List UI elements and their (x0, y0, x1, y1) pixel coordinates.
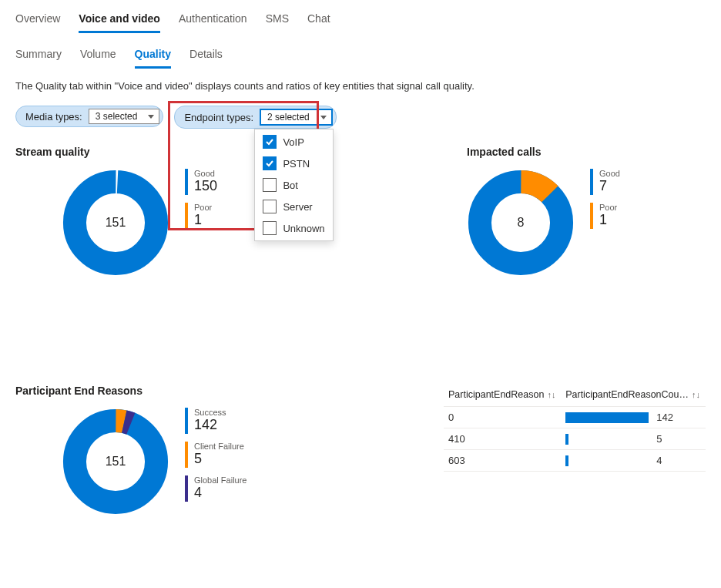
legend-color (185, 475, 188, 502)
dropdown-label: Unknown (283, 223, 324, 234)
legend-label: Global Failure (194, 475, 246, 485)
legend-value: 4 (194, 485, 246, 501)
donut-end-reasons: 151 (62, 408, 169, 516)
panel-row-1: Stream quality 151 Good 150 (15, 146, 706, 277)
filter-media-value: 3 selected (96, 111, 138, 122)
legend-color (185, 169, 188, 195)
filter-endpoint-types[interactable]: Endpoint types: 2 selected (174, 106, 336, 129)
tab-chat[interactable]: Chat (307, 8, 330, 33)
checkbox-voip[interactable] (263, 135, 277, 149)
filter-endpoint-select[interactable]: 2 selected (260, 109, 333, 126)
legend-item-good: Good 150 (185, 169, 217, 195)
tab-sms[interactable]: SMS (266, 8, 289, 33)
dropdown-label: PSTN (283, 158, 310, 170)
end-reasons-table: ParticipantEndReason↑↓ ParticipantEndRea… (444, 385, 706, 472)
chevron-down-icon (320, 116, 327, 119)
checkbox-server[interactable] (263, 200, 277, 213)
sort-icon: ↑↓ (547, 390, 555, 399)
checkbox-bot[interactable] (263, 178, 277, 192)
legend: Good 7 Poor 1 (590, 169, 620, 237)
subtab-summary[interactable]: Summary (15, 43, 62, 69)
legend-label: Success (194, 408, 226, 417)
legend-item-poor: Poor 1 (590, 203, 620, 229)
legend-label: Poor (599, 203, 617, 212)
tab-voice-video[interactable]: Voice and video (79, 8, 160, 33)
filter-row: Media types: 3 selected Endpoint types: … (15, 106, 706, 129)
top-tabs: Overview Voice and video Authentication … (15, 8, 706, 34)
filter-media-types[interactable]: Media types: 3 selected (15, 106, 163, 127)
panel-title: Stream quality (15, 146, 444, 158)
filter-endpoint-label: Endpoint types: (184, 112, 253, 123)
legend-color (185, 408, 188, 434)
legend-value: 1 (194, 212, 212, 228)
legend-item-poor: Poor 1 (185, 203, 217, 229)
panel-stream-quality: Stream quality 151 Good 150 (15, 146, 444, 277)
sort-icon: ↑↓ (692, 390, 700, 399)
cell-count: 142 (561, 407, 706, 428)
sub-tabs: Summary Volume Quality Details (15, 43, 706, 69)
legend: Success 142 Client Failure 5 Global Fail… (185, 408, 246, 509)
legend-item-good: Good 7 (590, 169, 620, 195)
subtab-quality[interactable]: Quality (135, 43, 171, 69)
dropdown-item-pstn[interactable]: PSTN (255, 153, 332, 174)
legend-value: 142 (194, 417, 226, 433)
legend-label: Client Failure (194, 442, 244, 451)
legend-color (590, 203, 593, 229)
col-end-reason-count[interactable]: ParticipantEndReasonCou…↑↓ (561, 385, 706, 407)
cell-reason: 410 (444, 428, 561, 450)
endpoint-dropdown: VoIP PSTN Bot Server Unknown (254, 129, 333, 241)
legend-value: 5 (194, 451, 244, 467)
legend-color (590, 169, 593, 195)
panel-title: Participant End Reasons (15, 385, 421, 397)
table-row[interactable]: 410 5 (444, 428, 706, 450)
dropdown-label: Bot (283, 180, 298, 191)
dropdown-item-unknown[interactable]: Unknown (255, 217, 332, 239)
table-row[interactable]: 0 142 (444, 407, 706, 428)
panel-end-reasons: Participant End Reasons 151 Success 142 (15, 385, 421, 516)
subtab-volume[interactable]: Volume (80, 43, 116, 69)
cell-reason: 603 (444, 450, 561, 472)
tab-overview[interactable]: Overview (15, 8, 60, 33)
donut-total: 151 (62, 408, 169, 516)
tab-description: The Quality tab within "Voice and video"… (15, 80, 706, 92)
dropdown-item-bot[interactable]: Bot (255, 174, 332, 196)
filter-media-label: Media types: (25, 111, 82, 123)
panel-impacted-calls: Impacted calls 8 Good 7 (467, 146, 706, 277)
legend-value: 150 (194, 178, 217, 194)
dropdown-label: VoIP (283, 136, 303, 148)
legend-color (185, 442, 188, 468)
dropdown-item-server[interactable]: Server (255, 196, 332, 217)
legend-value: 7 (599, 178, 620, 194)
legend-label: Good (599, 169, 620, 178)
legend-value: 1 (599, 212, 617, 228)
panel-end-reasons-table: ParticipantEndReason↑↓ ParticipantEndRea… (444, 385, 706, 516)
legend-item-global-failure: Global Failure 4 (185, 475, 246, 502)
panel-row-2: Participant End Reasons 151 Success 142 (15, 385, 706, 516)
cell-count: 4 (561, 450, 706, 472)
cell-reason: 0 (444, 407, 561, 428)
donut-total: 8 (467, 169, 575, 277)
legend: Good 150 Poor 1 (185, 169, 217, 237)
legend-color (185, 203, 188, 229)
filter-media-select[interactable]: 3 selected (89, 109, 160, 124)
filter-endpoint-value: 2 selected (267, 112, 310, 123)
cell-count: 5 (561, 428, 706, 450)
donut-stream-quality: 151 (62, 169, 169, 277)
legend-label: Good (194, 169, 217, 178)
subtab-details[interactable]: Details (189, 43, 223, 69)
tab-authentication[interactable]: Authentication (179, 8, 247, 33)
dropdown-label: Server (283, 201, 312, 213)
legend-item-client-failure: Client Failure 5 (185, 442, 246, 468)
checkbox-pstn[interactable] (263, 156, 277, 170)
panel-title: Impacted calls (467, 146, 706, 158)
donut-total: 151 (62, 169, 169, 277)
checkbox-unknown[interactable] (263, 221, 277, 235)
legend-label: Poor (194, 203, 212, 212)
col-end-reason[interactable]: ParticipantEndReason↑↓ (444, 385, 561, 407)
table-row[interactable]: 603 4 (444, 450, 706, 472)
chevron-down-icon (148, 115, 154, 119)
legend-item-success: Success 142 (185, 408, 246, 434)
dropdown-item-voip[interactable]: VoIP (255, 131, 332, 153)
donut-impacted-calls: 8 (467, 169, 575, 277)
